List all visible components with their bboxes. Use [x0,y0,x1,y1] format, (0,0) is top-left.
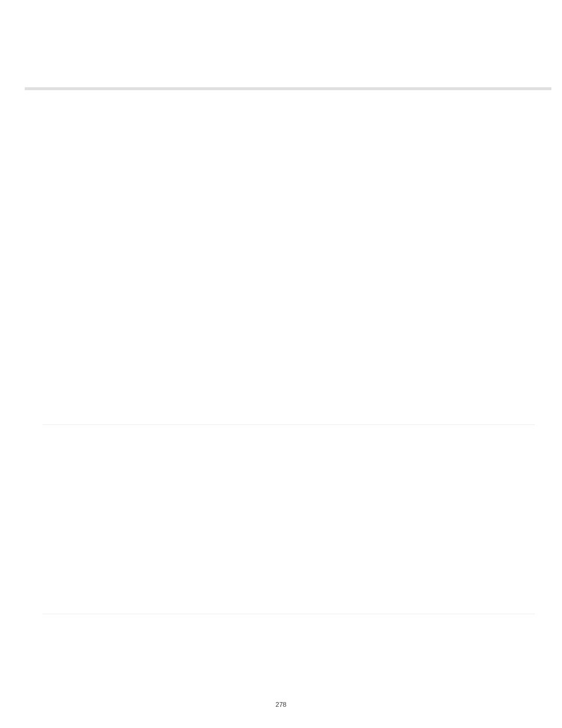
section-divider [42,614,535,614]
page-number: 278 [0,701,562,708]
section-divider [42,424,535,425]
header-divider [25,87,551,90]
